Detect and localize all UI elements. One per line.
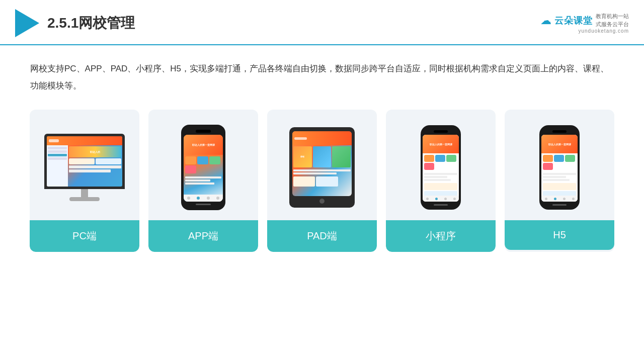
header: 2.5.1网校管理 ☁ 云朵课堂 教育机构一站 式服务云平台 yunduoket…: [0, 0, 644, 45]
brand-url: yunduoketang.com: [578, 28, 629, 34]
description-text: 网校支持PC、APP、PAD、小程序、H5，实现多端打通，产品各终端自由切换，数…: [30, 60, 614, 95]
page-title: 2.5.1网校管理: [47, 14, 135, 33]
card-image-miniprogram: 职达人的第一堂网课: [386, 110, 496, 220]
card-image-app: 职达人的第一堂网课: [148, 110, 258, 220]
brand-tagline: 教育机构一站 式服务云平台: [596, 13, 629, 28]
card-app: 职达人的第一堂网课: [148, 110, 258, 252]
logo-triangle-icon: [15, 9, 39, 37]
card-miniprogram: 职达人的第一堂网课: [386, 110, 496, 252]
pad-tablet-icon: 课程: [289, 127, 355, 208]
card-image-pad: 课程: [267, 110, 377, 220]
content-area: 网校支持PC、APP、PAD、小程序、H5，实现多端打通，产品各终端自由切换，数…: [0, 45, 644, 262]
pc-monitor-icon: 职达人的: [44, 134, 125, 201]
card-label-pc: PC端: [30, 220, 139, 252]
card-pad: 课程: [267, 110, 377, 252]
brand-icon: ☁ 云朵课堂 教育机构一站 式服务云平台: [540, 13, 629, 28]
cloud-icon: ☁: [540, 14, 551, 27]
h5-phone-icon: 职达人的第一堂网课: [539, 125, 580, 210]
card-pc: 职达人的: [30, 110, 139, 252]
card-label-miniprogram: 小程序: [386, 220, 496, 252]
header-right: ☁ 云朵课堂 教育机构一站 式服务云平台 yunduoketang.com: [540, 13, 629, 34]
platform-cards: 职达人的: [30, 110, 614, 252]
brand-name: 云朵课堂: [554, 15, 593, 27]
brand-logo: ☁ 云朵课堂 教育机构一站 式服务云平台 yunduoketang.com: [540, 13, 629, 34]
header-left: 2.5.1网校管理: [15, 9, 135, 37]
card-label-pad: PAD端: [267, 220, 377, 252]
miniprogram-phone-icon: 职达人的第一堂网课: [421, 125, 461, 210]
card-h5: 职达人的第一堂网课: [505, 110, 614, 252]
card-image-pc: 职达人的: [30, 110, 139, 220]
card-label-h5: H5: [505, 220, 614, 250]
app-phone-icon: 职达人的第一堂网课: [181, 125, 225, 210]
card-label-app: APP端: [148, 220, 258, 252]
card-image-h5: 职达人的第一堂网课: [505, 110, 614, 220]
